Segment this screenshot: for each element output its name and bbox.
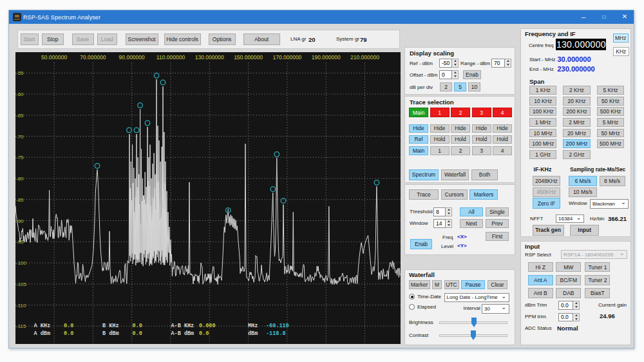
svg-text:110.000000: 110.000000 [156,54,185,61]
svg-text:-60: -60 [16,91,24,97]
svg-text:-85: -85 [16,197,24,203]
svg-text:-100: -100 [16,260,27,266]
svg-text:-70: -70 [16,134,24,140]
svg-text:-55: -55 [16,70,24,76]
svg-text:130.000000: 130.000000 [195,54,224,61]
svg-text:210.000000: 210.000000 [350,54,379,61]
svg-text:70.000000: 70.000000 [80,54,106,61]
svg-text:190.000000: 190.000000 [312,54,341,61]
svg-text:150.000000: 150.000000 [234,54,263,61]
svg-text:50.000000: 50.000000 [41,54,67,61]
svg-text:-80: -80 [16,176,24,182]
svg-text:-105: -105 [16,281,27,287]
svg-text:90.000000: 90.000000 [119,54,145,61]
svg-text:-75: -75 [16,155,24,160]
svg-text:-110: -110 [16,303,26,309]
svg-text:-115: -115 [16,323,26,329]
svg-text:170.000000: 170.000000 [272,54,301,61]
svg-text:-65: -65 [16,113,24,119]
